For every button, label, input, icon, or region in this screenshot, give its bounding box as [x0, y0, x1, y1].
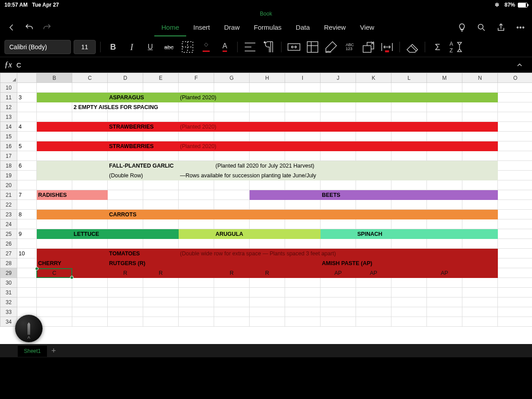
cell[interactable]	[250, 307, 285, 317]
cell[interactable]	[462, 229, 498, 239]
cell[interactable]	[72, 219, 108, 229]
cell[interactable]: 4	[17, 122, 37, 132]
cell[interactable]	[17, 171, 37, 180]
col-header[interactable]: I	[285, 73, 321, 83]
cell[interactable]	[427, 190, 462, 200]
cell[interactable]	[498, 151, 532, 161]
cell[interactable]	[391, 200, 427, 210]
fill-color-button[interactable]	[198, 40, 214, 54]
cell[interactable]: (Planted 2020)	[179, 93, 214, 102]
cell[interactable]	[72, 210, 108, 219]
cell[interactable]	[498, 268, 532, 278]
cell[interactable]	[179, 307, 214, 317]
cell[interactable]	[321, 219, 356, 229]
cell[interactable]	[17, 102, 37, 112]
cell[interactable]	[214, 288, 250, 297]
cell[interactable]: RUTGERS (R)	[108, 258, 143, 268]
cell[interactable]	[356, 180, 391, 190]
cell[interactable]	[214, 93, 250, 102]
cell[interactable]	[356, 307, 391, 317]
cell[interactable]	[391, 171, 427, 180]
cell[interactable]	[214, 141, 250, 151]
cell[interactable]	[285, 112, 321, 122]
cell[interactable]: BEETS	[321, 190, 356, 200]
cell[interactable]	[143, 190, 179, 200]
cell[interactable]	[250, 102, 285, 112]
col-header[interactable]: C	[72, 73, 108, 83]
cell[interactable]	[285, 190, 321, 200]
cell[interactable]	[427, 229, 462, 239]
cell[interactable]	[498, 249, 532, 258]
cell[interactable]	[17, 258, 37, 268]
cell[interactable]: 5	[17, 141, 37, 151]
col-header[interactable]: M	[427, 73, 462, 83]
more-icon[interactable]	[512, 20, 528, 35]
cell[interactable]	[356, 317, 391, 327]
cell[interactable]	[72, 180, 108, 190]
cell[interactable]	[179, 83, 214, 93]
cell[interactable]	[179, 200, 214, 210]
add-sheet-button[interactable]: +	[47, 346, 60, 356]
cell[interactable]	[498, 102, 532, 112]
cell[interactable]	[179, 180, 214, 190]
pen-tool-button[interactable]: A	[15, 315, 43, 342]
cell[interactable]	[37, 229, 72, 239]
cell[interactable]	[214, 151, 250, 161]
underline-button[interactable]: U	[142, 40, 158, 54]
redo-button[interactable]	[39, 20, 55, 35]
cell[interactable]	[285, 83, 321, 93]
cell[interactable]	[498, 180, 532, 190]
cell[interactable]	[462, 268, 498, 278]
cell[interactable]	[356, 122, 391, 132]
cell[interactable]	[250, 200, 285, 210]
cell[interactable]	[108, 239, 143, 249]
cell[interactable]	[321, 161, 356, 171]
row-header[interactable]: 33	[0, 307, 17, 317]
cell[interactable]	[37, 83, 72, 93]
cell[interactable]	[462, 210, 498, 219]
cell[interactable]: —Rows available for succession planting …	[179, 171, 214, 180]
cell[interactable]	[37, 141, 72, 151]
cell[interactable]	[17, 297, 37, 307]
cell[interactable]	[250, 229, 285, 239]
cell[interactable]	[498, 200, 532, 210]
row-header[interactable]: 26	[0, 239, 17, 249]
insert-delete-button[interactable]	[360, 40, 376, 54]
cell[interactable]	[143, 200, 179, 210]
cell[interactable]	[391, 249, 427, 258]
cell[interactable]	[143, 210, 179, 219]
cell[interactable]	[214, 239, 250, 249]
cell[interactable]	[356, 210, 391, 219]
cell[interactable]: R	[108, 268, 143, 278]
col-header[interactable]: B	[37, 73, 72, 83]
cell[interactable]	[356, 141, 391, 151]
number-format-button[interactable]: ABC 123	[342, 40, 358, 54]
cell[interactable]	[250, 278, 285, 288]
cell[interactable]: 6	[17, 161, 37, 171]
cell[interactable]	[179, 190, 214, 200]
cell[interactable]	[285, 93, 321, 102]
cell[interactable]	[391, 288, 427, 297]
cell[interactable]	[250, 210, 285, 219]
cell[interactable]	[143, 112, 179, 122]
cell[interactable]	[462, 190, 498, 200]
cell[interactable]	[108, 307, 143, 317]
merge-button[interactable]	[286, 40, 302, 54]
cell[interactable]	[143, 180, 179, 190]
tab-insert[interactable]: Insert	[186, 19, 217, 36]
cell[interactable]	[37, 249, 72, 258]
cell[interactable]	[143, 93, 179, 102]
formula-input[interactable]: C	[16, 61, 21, 69]
row-header[interactable]: 18	[0, 161, 17, 171]
cell[interactable]	[427, 219, 462, 229]
cell[interactable]	[179, 278, 214, 288]
tab-formulas[interactable]: Formulas	[247, 19, 289, 36]
cell[interactable]	[37, 200, 72, 210]
cell[interactable]	[462, 141, 498, 151]
cell[interactable]	[321, 317, 356, 327]
col-header[interactable]	[0, 73, 17, 83]
cell[interactable]	[143, 151, 179, 161]
cell[interactable]	[391, 307, 427, 317]
cell[interactable]	[214, 307, 250, 317]
cell[interactable]	[321, 171, 356, 180]
